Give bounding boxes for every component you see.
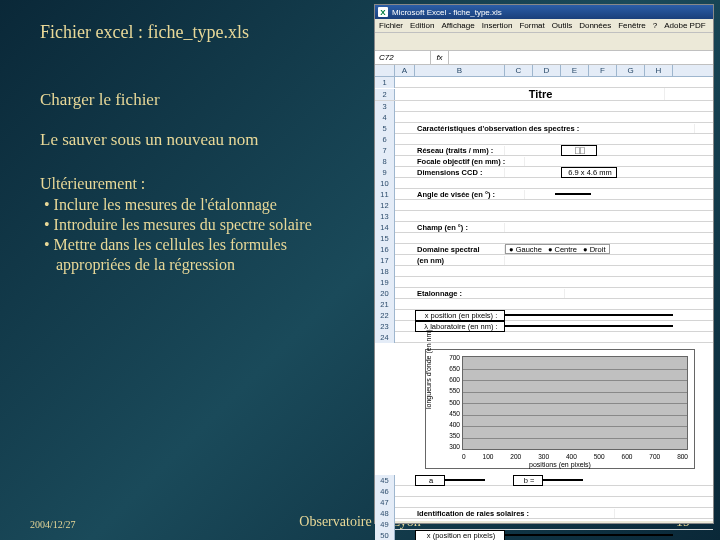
- cell-label[interactable]: Champ (en °) :: [415, 223, 505, 232]
- menu-item[interactable]: Fenêtre: [618, 21, 646, 30]
- name-box[interactable]: C72: [375, 51, 431, 64]
- col-head[interactable]: C: [505, 65, 533, 76]
- excel-title-text: Microsoft Excel - fiche_type.xls: [392, 8, 502, 17]
- cell-title[interactable]: Titre: [415, 88, 665, 100]
- cell-value[interactable]: 6.9 x 4.6 mm: [561, 167, 617, 178]
- cell-value[interactable]: [555, 193, 591, 195]
- excel-menubar[interactable]: Fichier Edition Affichage Insertion Form…: [375, 19, 713, 33]
- cell-section[interactable]: Identification de raies solaires :: [415, 509, 615, 518]
- cell-label[interactable]: Domaine spectral: [415, 245, 505, 254]
- chart-xlabel: positions (en pixels): [426, 461, 694, 468]
- excel-sheet[interactable]: A B C D E F G H 1 2Titre 3 4 5Caractéris…: [375, 65, 713, 521]
- menu-item[interactable]: ?: [653, 21, 657, 30]
- slide-load-instruction: Charger le fichier: [40, 90, 160, 110]
- col-head[interactable]: D: [533, 65, 561, 76]
- menu-item[interactable]: Outils: [552, 21, 572, 30]
- col-head[interactable]: H: [645, 65, 673, 76]
- excel-window: X Microsoft Excel - fiche_type.xls Fichi…: [374, 4, 714, 524]
- spectral-domain-radio[interactable]: Gauche Centre Droit: [505, 244, 610, 254]
- col-head[interactable]: E: [561, 65, 589, 76]
- col-head[interactable]: F: [589, 65, 617, 76]
- menu-item[interactable]: Données: [579, 21, 611, 30]
- cell-section[interactable]: Caractéristiques d'observation des spect…: [415, 124, 695, 133]
- chart-plot-area: [462, 356, 688, 450]
- excel-formulabar[interactable]: C72 fx: [375, 51, 713, 65]
- cell-value[interactable]: ⎕⎕: [561, 145, 597, 156]
- cell-label[interactable]: Réseau (traits / mm) :: [415, 146, 505, 155]
- col-head[interactable]: G: [617, 65, 645, 76]
- slide-later-item: Inclure les mesures de l'étalonnage: [40, 195, 360, 215]
- chart-yticks: 700650600550500450400350300: [442, 354, 460, 450]
- slide-later-item: Mettre dans les cellules les formules ap…: [40, 235, 360, 275]
- calibration-chart[interactable]: longueurs d'onde (en nm) 700650600550500…: [425, 349, 695, 469]
- slide-title: Fichier excel : fiche_type.xls: [40, 22, 249, 43]
- excel-toolbar[interactable]: [375, 33, 713, 51]
- fx-icon[interactable]: fx: [431, 51, 449, 64]
- cell-label[interactable]: x position (en pixels) :: [415, 310, 505, 321]
- cell-label[interactable]: Angle de visée (en °) :: [415, 190, 525, 199]
- select-all-corner[interactable]: [375, 65, 395, 76]
- chart-ylabel: longueurs d'onde (en nm): [425, 329, 432, 409]
- chart-xticks: 0100200300400500600700800: [462, 453, 688, 460]
- menu-item[interactable]: Edition: [410, 21, 434, 30]
- col-head[interactable]: A: [395, 65, 415, 76]
- menu-item[interactable]: Insertion: [482, 21, 513, 30]
- excel-app-icon: X: [378, 7, 388, 17]
- radio-option[interactable]: Droit: [583, 245, 605, 254]
- radio-option[interactable]: Centre: [548, 245, 577, 254]
- cell-label[interactable]: (en nm): [415, 256, 505, 265]
- slide-later-heading: Ultérieurement :: [40, 175, 360, 193]
- slide-saveas-instruction: Le sauver sous un nouveau nom: [40, 130, 259, 150]
- menu-item[interactable]: Fichier: [379, 21, 403, 30]
- menu-item[interactable]: Affichage: [441, 21, 474, 30]
- slide-later-item: Introduire les mesures du spectre solair…: [40, 215, 360, 235]
- cell-label[interactable]: Focale objectif (en mm) :: [415, 157, 525, 166]
- menu-item[interactable]: Adobe PDF: [664, 21, 705, 30]
- cell-section[interactable]: Etalonnage :: [415, 289, 565, 298]
- footer-date: 2004/12/27: [30, 519, 76, 530]
- cell-label[interactable]: Dimensions CCD :: [415, 168, 505, 177]
- menu-item[interactable]: Format: [519, 21, 544, 30]
- radio-option[interactable]: Gauche: [509, 245, 542, 254]
- col-head[interactable]: B: [415, 65, 505, 76]
- cell-label[interactable]: x (position en pixels): [415, 530, 505, 541]
- excel-titlebar[interactable]: X Microsoft Excel - fiche_type.xls: [375, 5, 713, 19]
- slide-later-block: Ultérieurement : Inclure les mesures de …: [40, 175, 360, 275]
